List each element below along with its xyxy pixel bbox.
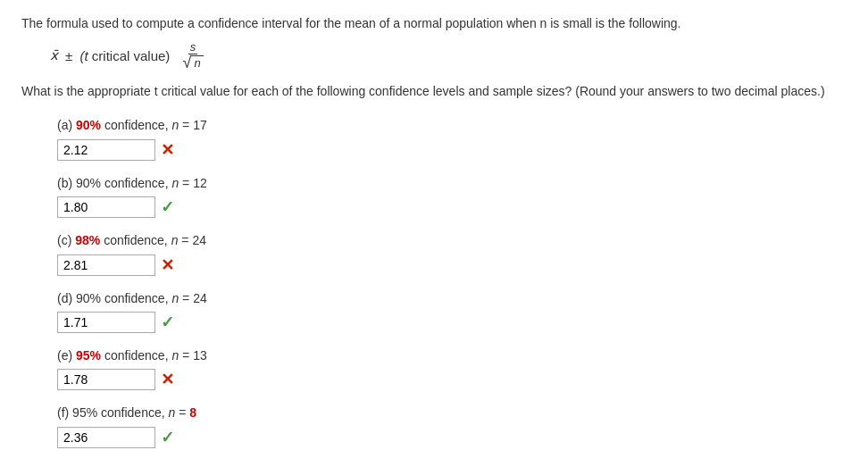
part-d: (d) 90% confidence, n = 24 ✓ bbox=[57, 288, 847, 333]
part-c-label: (c) 98% confidence, n = 24 bbox=[57, 230, 847, 250]
part-d-label: (d) 90% confidence, n = 24 bbox=[57, 288, 847, 308]
parts-container: (a) 90% confidence, n = 17 ✕ (b) 90% con… bbox=[57, 115, 847, 447]
part-b-n: 12 bbox=[193, 176, 207, 190]
formula-denominator: √n bbox=[181, 54, 205, 71]
part-a-cross-icon: ✕ bbox=[161, 140, 174, 160]
formula: x̄ ± (t critical value) s √n bbox=[50, 40, 847, 71]
part-b-input-row: ✓ bbox=[57, 196, 847, 218]
formula-plusminus: ± bbox=[62, 48, 77, 63]
part-a-input[interactable] bbox=[57, 139, 155, 161]
part-e: (e) 95% confidence, n = 13 ✕ bbox=[57, 346, 847, 390]
part-c-input-row: ✕ bbox=[57, 254, 847, 276]
part-a-confidence: 90% bbox=[76, 118, 101, 132]
part-d-input-row: ✓ bbox=[57, 312, 847, 333]
formula-xbar: x̄ bbox=[50, 47, 58, 63]
sqrt-symbol: √ bbox=[183, 54, 192, 71]
part-e-input-row: ✕ bbox=[57, 369, 847, 390]
part-e-input[interactable] bbox=[57, 369, 155, 390]
part-f-n: 8 bbox=[189, 405, 196, 420]
part-c: (c) 98% confidence, n = 24 ✕ bbox=[57, 230, 847, 275]
part-a-label: (a) 90% confidence, n = 17 bbox=[57, 115, 847, 135]
part-b: (b) 90% confidence, n = 12 ✓ bbox=[57, 173, 847, 218]
part-b-input[interactable] bbox=[57, 196, 155, 218]
part-b-label: (b) 90% confidence, n = 12 bbox=[57, 173, 847, 193]
part-f-check-icon: ✓ bbox=[161, 428, 174, 447]
formula-numerator: s bbox=[188, 40, 198, 54]
part-d-input[interactable] bbox=[57, 312, 155, 333]
part-a-input-row: ✕ bbox=[57, 139, 847, 161]
part-e-confidence: 95% bbox=[76, 348, 101, 363]
part-e-cross-icon: ✕ bbox=[161, 370, 174, 389]
part-a-n: 17 bbox=[193, 118, 207, 132]
part-c-input[interactable] bbox=[57, 254, 155, 276]
question-text: What is the appropriate t critical value… bbox=[21, 81, 847, 101]
part-c-confidence: 98% bbox=[75, 233, 100, 247]
sqrt-n: n bbox=[191, 55, 203, 70]
part-f-label: (f) 95% confidence, n = 8 bbox=[57, 403, 847, 422]
part-f-input[interactable] bbox=[57, 427, 155, 448]
part-c-n: 24 bbox=[192, 233, 206, 247]
part-d-n: 24 bbox=[193, 291, 207, 305]
part-b-check-icon: ✓ bbox=[161, 197, 174, 217]
part-f: (f) 95% confidence, n = 8 ✓ bbox=[57, 403, 847, 447]
part-f-input-row: ✓ bbox=[57, 427, 847, 448]
part-e-n: 13 bbox=[193, 348, 207, 363]
formula-tcritical: (t critical value) bbox=[79, 48, 170, 63]
part-a: (a) 90% confidence, n = 17 ✕ bbox=[57, 115, 847, 160]
formula-fraction: s √n bbox=[181, 40, 205, 71]
part-e-label: (e) 95% confidence, n = 13 bbox=[57, 346, 847, 365]
part-d-check-icon: ✓ bbox=[161, 313, 174, 332]
intro-text: The formula used to compute a confidence… bbox=[21, 14, 847, 33]
part-c-cross-icon: ✕ bbox=[161, 255, 174, 275]
